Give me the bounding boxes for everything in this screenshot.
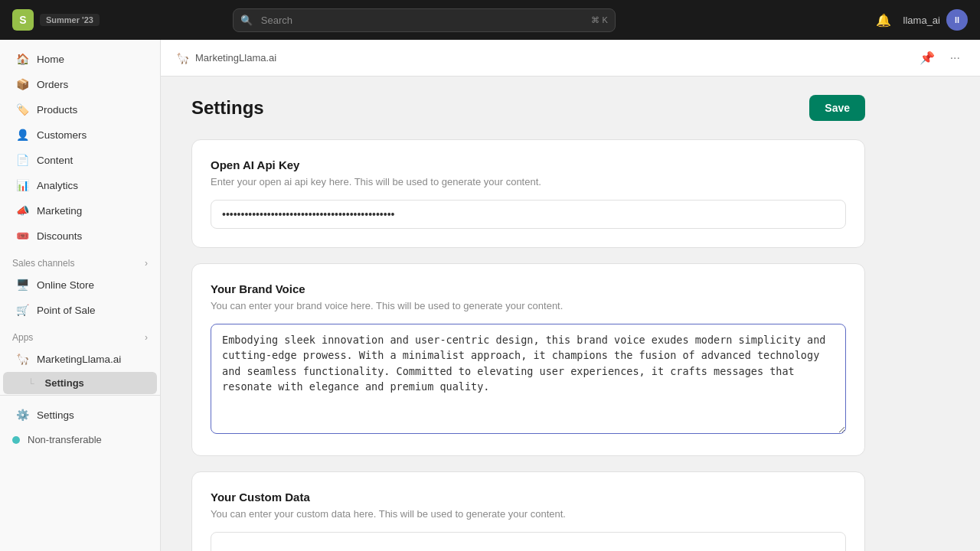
sidebar-item-analytics[interactable]: 📊 Analytics — [3, 173, 157, 197]
shopify-logo[interactable]: S Summer '23 — [12, 9, 100, 31]
nav-right: 🔔 llama_ai ll — [873, 9, 968, 31]
more-options-button[interactable]: ··· — [946, 48, 965, 68]
brand-voice-card-title: Your Brand Voice — [211, 282, 846, 295]
pin-button[interactable]: 📌 — [915, 47, 939, 68]
customers-icon: 👤 — [15, 129, 29, 141]
sidebar-item-orders[interactable]: 📦 Orders — [3, 72, 157, 96]
sidebar-item-online-store[interactable]: 🖥️ Online Store — [3, 272, 157, 297]
expand-apps-icon[interactable]: › — [145, 332, 148, 343]
sidebar-item-label: Content — [37, 155, 73, 166]
custom-data-textarea[interactable] — [211, 532, 846, 552]
sidebar-item-discounts[interactable]: 🎟️ Discounts — [3, 223, 157, 248]
sidebar-item-label: Online Store — [37, 279, 94, 291]
search-shortcut: ⌘ K — [591, 15, 607, 25]
marketing-icon: 📣 — [15, 204, 29, 217]
bell-button[interactable]: 🔔 — [873, 10, 894, 31]
page-content: Settings Save Open AI Api Key Enter your… — [161, 77, 896, 551]
tree-line-icon: └ — [28, 378, 34, 389]
sidebar-item-label: Home — [37, 54, 64, 65]
sidebar-item-home[interactable]: 🏠 Home — [3, 47, 157, 71]
expand-sales-channels-icon[interactable]: › — [145, 258, 148, 269]
search-bar: 🔍 ⌘ K — [233, 8, 616, 32]
sidebar-item-point-of-sale[interactable]: 🛒 Point of Sale — [3, 298, 157, 322]
non-transferable-label: Non-transferable — [28, 434, 102, 445]
user-name: llama_ai — [903, 15, 940, 26]
user-avatar: ll — [946, 9, 968, 31]
summer-badge: Summer '23 — [40, 14, 100, 26]
sidebar-item-customers[interactable]: 👤 Customers — [3, 122, 157, 147]
sidebar-item-label: Settings — [37, 409, 74, 421]
shopify-logo-icon: S — [12, 9, 34, 31]
sidebar-sub-item-label: Settings — [45, 377, 84, 389]
home-icon: 🏠 — [15, 53, 29, 65]
online-store-icon: 🖥️ — [15, 279, 29, 291]
settings-icon: ⚙️ — [15, 409, 29, 421]
discounts-icon: 🎟️ — [15, 230, 29, 242]
marketingllama-icon: 🦙 — [15, 353, 29, 365]
brand-voice-card-desc: You can enter your brand voice here. Thi… — [211, 300, 846, 311]
custom-data-card-desc: You can enter your custom data here. Thi… — [211, 508, 846, 520]
api-key-input[interactable] — [211, 200, 846, 229]
products-icon: 🏷️ — [15, 103, 29, 116]
page-title: Settings — [191, 97, 264, 119]
api-key-card: Open AI Api Key Enter your open ai api k… — [191, 139, 865, 248]
user-info[interactable]: llama_ai ll — [903, 9, 968, 31]
orders-icon: 📦 — [15, 78, 29, 90]
sidebar: 🏠 Home 📦 Orders 🏷️ Products 👤 Customers … — [0, 40, 161, 551]
sidebar-item-label: Orders — [37, 79, 68, 90]
sales-channels-section: Sales channels › — [0, 249, 160, 272]
sidebar-item-content[interactable]: 📄 Content — [3, 148, 157, 172]
search-input[interactable] — [233, 8, 616, 32]
top-nav: S Summer '23 🔍 ⌘ K 🔔 llama_ai ll — [0, 0, 980, 40]
sidebar-item-label: Marketing — [37, 205, 82, 217]
point-of-sale-icon: 🛒 — [15, 304, 29, 316]
sidebar-item-label: MarketingLlama.ai — [37, 354, 121, 365]
non-transferable-item[interactable]: Non-transferable — [0, 428, 160, 452]
brand-voice-textarea[interactable] — [211, 324, 846, 434]
breadcrumb-bar: 🦙 MarketingLlama.ai 📌 ··· — [161, 40, 980, 77]
breadcrumb: 🦙 MarketingLlama.ai — [176, 52, 276, 64]
breadcrumb-app-icon: 🦙 — [176, 52, 189, 64]
content-icon: 📄 — [15, 154, 29, 166]
sidebar-item-products[interactable]: 🏷️ Products — [3, 97, 157, 122]
sidebar-item-settings[interactable]: ⚙️ Settings — [3, 403, 157, 427]
sidebar-item-marketing[interactable]: 📣 Marketing — [3, 198, 157, 223]
main-content: 🦙 MarketingLlama.ai 📌 ··· Settings Save … — [161, 40, 980, 551]
custom-data-card: Your Custom Data You can enter your cust… — [191, 471, 865, 552]
sidebar-bottom: ⚙️ Settings Non-transferable — [0, 395, 160, 455]
save-button[interactable]: Save — [809, 95, 865, 121]
sidebar-item-label: Analytics — [37, 180, 78, 191]
apps-section: Apps › — [0, 323, 160, 346]
sidebar-item-marketingllama[interactable]: 🦙 MarketingLlama.ai — [3, 347, 157, 371]
sidebar-item-label: Customers — [37, 129, 87, 141]
api-key-card-desc: Enter your open ai api key here. This wi… — [211, 176, 846, 187]
breadcrumb-app-name: MarketingLlama.ai — [195, 52, 276, 64]
sidebar-item-label: Point of Sale — [37, 305, 96, 316]
page-header: Settings Save — [191, 95, 865, 121]
search-icon: 🔍 — [240, 15, 253, 26]
brand-voice-card: Your Brand Voice You can enter your bran… — [191, 263, 865, 456]
sidebar-sub-item-settings[interactable]: └ Settings — [3, 372, 157, 394]
non-transferable-dot-icon — [12, 436, 20, 444]
breadcrumb-actions: 📌 ··· — [915, 47, 965, 68]
sidebar-item-label: Discounts — [37, 230, 82, 242]
sidebar-item-label: Products — [37, 104, 77, 116]
api-key-card-title: Open AI Api Key — [211, 158, 846, 171]
custom-data-card-title: Your Custom Data — [211, 491, 846, 504]
analytics-icon: 📊 — [15, 179, 29, 191]
